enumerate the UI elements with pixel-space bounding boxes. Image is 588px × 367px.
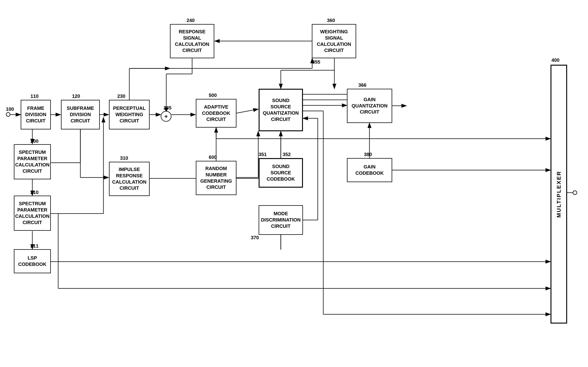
- gain-quantization-label: GAINQUANTIZATIONCIRCUIT: [352, 97, 387, 115]
- label-500: 500: [209, 92, 217, 98]
- multiplexer-label: MULTIPLEXER: [556, 171, 562, 217]
- input-signal-circle: [6, 112, 10, 117]
- impulse-response-label: IMPULSERESPONSECALCULATIONCIRCUIT: [112, 167, 146, 191]
- label-200: 200: [31, 138, 38, 144]
- gain-quantization-block: GAINQUANTIZATIONCIRCUIT: [347, 89, 392, 123]
- adaptive-codebook-label: ADAPTIVECODEBOOKCIRCUIT: [202, 104, 230, 123]
- sound-source-codebook-block: SOUNDSOURCECODEBOOK: [259, 158, 303, 188]
- label-352: 352: [283, 152, 290, 157]
- output-signal-circle: [573, 191, 577, 195]
- random-number-block: RANDOMNUMBERGENERATINGCIRCUIT: [196, 161, 236, 195]
- label-120: 120: [72, 93, 80, 99]
- subframe-division-block: SUBFRAMEDIVISIONCIRCUIT: [61, 100, 100, 129]
- impulse-response-block: IMPULSERESPONSECALCULATIONCIRCUIT: [109, 162, 150, 196]
- sound-source-codebook-label: SOUNDSOURCECODEBOOK: [266, 163, 295, 182]
- perceptual-weighting-block: PERCEPTUALWEIGHTINGCIRCUIT: [109, 100, 150, 129]
- label-400: 400: [551, 57, 559, 63]
- label-600: 600: [209, 154, 217, 160]
- perceptual-weighting-label: PERCEPTUALWEIGHTINGCIRCUIT: [113, 105, 145, 124]
- spectrum-param-200-label: SPECTRUMPARAMETERCALCULATIONCIRCUIT: [15, 149, 49, 174]
- diagram: 100 FRAME DIVISION CIRCUIT 110 SUBFRAMED…: [0, 0, 588, 367]
- label-210: 210: [31, 190, 38, 195]
- label-360: 360: [327, 17, 335, 23]
- response-signal-block: RESPONSESIGNALCALCULATIONCIRCUIT: [170, 24, 214, 58]
- subframe-division-label: SUBFRAMEDIVISIONCIRCUIT: [67, 105, 94, 124]
- multiplexer-block: MULTIPLEXER: [550, 65, 567, 324]
- lsp-codebook-label: LSPCODEBOOK: [18, 255, 46, 267]
- label-370: 370: [251, 235, 259, 241]
- label-351: 351: [259, 152, 266, 157]
- label-235: 235: [163, 105, 171, 111]
- label-366: 366: [358, 82, 366, 88]
- summing-junction: +: [161, 111, 171, 122]
- mode-discrimination-block: MODEDISCRIMINATIONCIRCUIT: [259, 205, 303, 235]
- label-230: 230: [117, 93, 125, 99]
- label-211: 211: [31, 243, 38, 249]
- weighting-signal-label: WEIGHTINGSIGNALCALCULATIONCIRCUIT: [317, 29, 351, 54]
- label-240: 240: [186, 17, 194, 23]
- label-355: 355: [312, 59, 320, 65]
- gain-codebook-block: GAINCODEBOOK: [347, 158, 392, 182]
- gain-codebook-label: GAINCODEBOOK: [355, 164, 384, 176]
- lsp-codebook-block: LSPCODEBOOK: [14, 249, 51, 273]
- spectrum-param-200-block: SPECTRUMPARAMETERCALCULATIONCIRCUIT: [14, 144, 51, 179]
- frame-division-block: FRAME DIVISION CIRCUIT: [21, 100, 51, 129]
- label-100: 100: [6, 106, 14, 112]
- label-380: 380: [364, 152, 372, 157]
- sound-source-quantization-label: SOUNDSOURCEQUANTIZATIONCIRCUIT: [263, 97, 299, 122]
- label-310: 310: [120, 155, 128, 161]
- mode-discrimination-label: MODEDISCRIMINATIONCIRCUIT: [261, 211, 301, 229]
- frame-division-label: FRAME DIVISION CIRCUIT: [23, 105, 49, 124]
- adaptive-codebook-block: ADAPTIVECODEBOOKCIRCUIT: [196, 99, 236, 128]
- response-signal-label: RESPONSESIGNALCALCULATIONCIRCUIT: [175, 29, 209, 54]
- sound-source-quantization-block: SOUNDSOURCEQUANTIZATIONCIRCUIT: [259, 89, 303, 131]
- label-110: 110: [31, 93, 38, 99]
- spectrum-param-210-block: SPECTRUMPARAMETERCALCULATIONCIRCUIT: [14, 196, 51, 231]
- random-number-label: RANDOMNUMBERGENERATINGCIRCUIT: [200, 166, 232, 191]
- spectrum-param-210-label: SPECTRUMPARAMETERCALCULATIONCIRCUIT: [15, 200, 49, 225]
- svg-line-10: [236, 109, 258, 113]
- weighting-signal-block: WEIGHTINGSIGNALCALCULATIONCIRCUIT: [312, 24, 356, 58]
